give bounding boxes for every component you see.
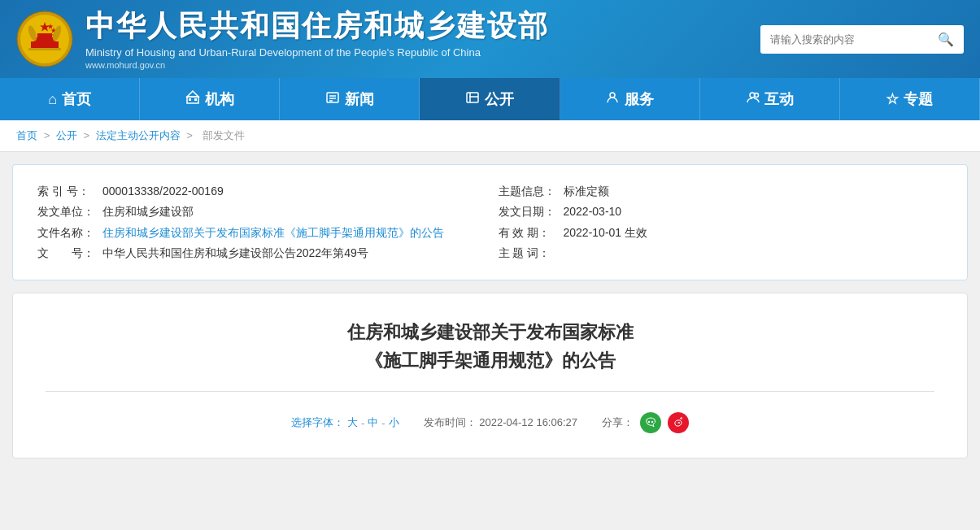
info-row-index: 索 引 号： 000013338/2022-00169 [37, 181, 482, 202]
logo-area: 中华人民共和国住房和城乡建设部 Ministry of Housing and … [16, 8, 549, 70]
info-row-date: 发文日期： 2022-03-10 [499, 202, 943, 222]
home-icon: ⌂ [48, 91, 57, 108]
font-size-medium[interactable]: 中 [368, 415, 378, 430]
nav-item-public[interactable]: 公开 [420, 78, 560, 120]
news-icon [325, 90, 340, 109]
breadcrumb-home[interactable]: 首页 [16, 129, 37, 141]
publish-label: 发布时间： [424, 416, 477, 428]
public-icon [465, 90, 480, 109]
font-size-small[interactable]: 小 [389, 415, 399, 430]
publish-time: 2022-04-12 16:06:27 [479, 416, 577, 428]
publish-time-area: 发布时间： 2022-04-12 16:06:27 [424, 415, 577, 430]
svg-point-27 [651, 421, 653, 423]
breadcrumb: 首页 > 公开 > 法定主动公开内容 > 部发文件 [0, 120, 980, 152]
docnum-label: 文 号： [37, 243, 102, 263]
share-weibo-button[interactable] [668, 412, 689, 433]
index-value: 000013338/2022-00169 [102, 181, 224, 202]
breadcrumb-public[interactable]: 公开 [56, 129, 77, 141]
nav-item-institution[interactable]: 机构 [140, 78, 280, 120]
font-size-control: 选择字体： 大 - 中 - 小 [291, 415, 399, 430]
keywords-label: 主 题 词： [499, 243, 564, 263]
breadcrumb-sep3: > [186, 129, 195, 141]
info-card: 索 引 号： 000013338/2022-00169 发文单位： 住房和城乡建… [12, 164, 968, 280]
nav-item-service[interactable]: 服务 [560, 78, 700, 120]
main-nav: ⌂ 首页 机构 新闻 公开 服务 互动 ☆ 专题 [0, 78, 980, 120]
svg-rect-11 [28, 48, 61, 50]
breadcrumb-disclosure[interactable]: 法定主动公开内容 [96, 129, 181, 141]
share-label: 分享： [602, 415, 634, 430]
nav-label-home: 首页 [62, 89, 91, 109]
info-row-validity: 有 效 期： 2022-10-01 生效 [499, 223, 943, 243]
breadcrumb-current: 部发文件 [203, 129, 245, 141]
svg-rect-14 [194, 98, 197, 101]
article-title-line2: 《施工脚手架通用规范》的公告 [46, 346, 934, 375]
article-meta: 选择字体： 大 - 中 - 小 发布时间： 2022-04-12 16:06:2… [46, 404, 934, 441]
validity-label: 有 效 期： [499, 223, 564, 243]
nav-label-public: 公开 [485, 89, 514, 109]
filename-value[interactable]: 住房和城乡建设部关于发布国家标准《施工脚手架通用规范》的公告 [102, 223, 444, 243]
search-button[interactable]: 🔍 [928, 25, 964, 54]
nav-item-topics[interactable]: ☆ 专题 [840, 78, 980, 120]
font-size-label: 选择字体： [291, 415, 344, 430]
info-grid: 索 引 号： 000013338/2022-00169 发文单位： 住房和城乡建… [37, 181, 943, 263]
article-title-line1: 住房和城乡建设部关于发布国家标准 [46, 318, 934, 346]
info-row-keywords: 主 题 词： [499, 243, 943, 263]
svg-rect-4 [37, 33, 52, 39]
svg-point-23 [610, 93, 615, 98]
info-row-theme: 主题信息： 标准定额 [499, 181, 943, 202]
nav-label-topics: 专题 [904, 89, 933, 109]
info-row-docnum: 文 号： 中华人民共和国住房和城乡建设部公告2022年第49号 [37, 243, 482, 263]
info-row-filename: 文件名称： 住房和城乡建设部关于发布国家标准《施工脚手架通用规范》的公告 [37, 223, 482, 243]
info-row-issuer: 发文单位： 住房和城乡建设部 [37, 202, 482, 222]
site-url: www.mohurd.gov.cn [85, 60, 549, 70]
nav-label-interact: 互动 [764, 89, 794, 109]
national-emblem [16, 11, 73, 67]
institution-icon [185, 90, 200, 109]
info-left-col: 索 引 号： 000013338/2022-00169 发文单位： 住房和城乡建… [37, 181, 482, 263]
info-right-col: 主题信息： 标准定额 发文日期： 2022-03-10 有 效 期： 2022-… [499, 181, 943, 263]
interact-icon [745, 90, 760, 109]
date-label: 发文日期： [499, 202, 564, 222]
nav-item-interact[interactable]: 互动 [700, 78, 840, 120]
site-subtitle: Ministry of Housing and Urban-Rural Deve… [85, 46, 549, 59]
article-card: 住房和城乡建设部关于发布国家标准 《施工脚手架通用规范》的公告 选择字体： 大 … [12, 293, 968, 458]
theme-label: 主题信息： [499, 181, 564, 202]
issuer-value: 住房和城乡建设部 [102, 202, 194, 222]
nav-label-institution: 机构 [205, 89, 234, 109]
nav-item-news[interactable]: 新闻 [280, 78, 420, 120]
article-title: 住房和城乡建设部关于发布国家标准 《施工脚手架通用规范》的公告 [46, 318, 934, 375]
svg-point-26 [648, 421, 650, 423]
nav-label-news: 新闻 [345, 89, 374, 109]
svg-rect-20 [467, 93, 478, 102]
share-wechat-button[interactable] [640, 412, 661, 433]
theme-value: 标准定额 [564, 181, 609, 202]
svg-point-28 [678, 422, 680, 424]
filename-label: 文件名称： [37, 223, 102, 243]
svg-point-25 [755, 93, 759, 97]
logo-text: 中华人民共和国住房和城乡建设部 Ministry of Housing and … [85, 8, 549, 70]
breadcrumb-sep1: > [44, 129, 53, 141]
validity-value: 2022-10-01 生效 [564, 223, 648, 243]
svg-rect-13 [189, 98, 191, 101]
docnum-value: 中华人民共和国住房和城乡建设部公告2022年第49号 [102, 243, 368, 263]
breadcrumb-sep2: > [83, 129, 92, 141]
issuer-label: 发文单位： [37, 202, 102, 222]
topics-icon: ☆ [886, 90, 899, 108]
nav-item-home[interactable]: ⌂ 首页 [0, 78, 140, 120]
index-label: 索 引 号： [37, 181, 102, 202]
site-title: 中华人民共和国住房和城乡建设部 [85, 8, 549, 43]
search-input[interactable] [760, 27, 928, 52]
search-bar[interactable]: 🔍 [760, 25, 964, 54]
nav-label-service: 服务 [625, 89, 654, 109]
svg-marker-15 [187, 91, 198, 97]
content-area: 索 引 号： 000013338/2022-00169 发文单位： 住房和城乡建… [0, 152, 980, 471]
article-divider [46, 391, 934, 392]
date-value: 2022-03-10 [564, 202, 622, 222]
share-area: 分享： [602, 412, 689, 433]
font-size-large[interactable]: 大 [347, 415, 358, 430]
site-header: 中华人民共和国住房和城乡建设部 Ministry of Housing and … [0, 0, 980, 78]
service-icon [605, 90, 620, 109]
